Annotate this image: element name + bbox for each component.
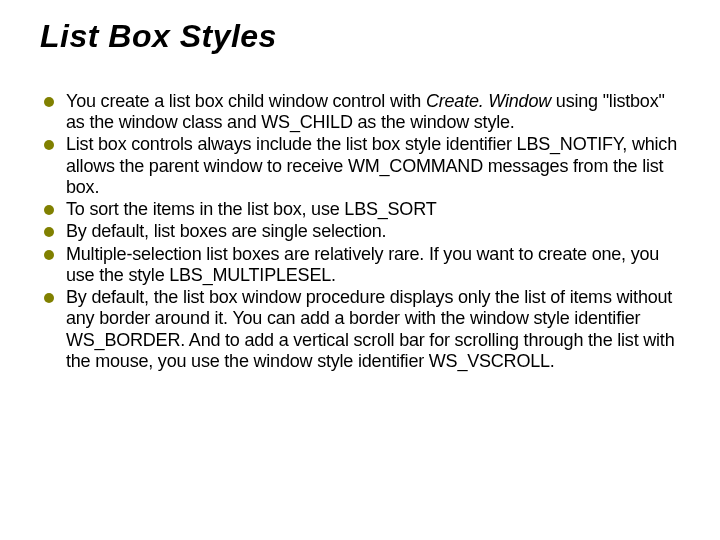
list-item: By default, the list box window procedur…	[40, 287, 680, 372]
list-item: By default, list boxes are single select…	[40, 221, 680, 242]
list-item: Multiple-selection list boxes are relati…	[40, 244, 680, 286]
list-item-text: By default, list boxes are single select…	[66, 221, 386, 241]
slide-title: List Box Styles	[40, 18, 680, 55]
slide: List Box Styles You create a list box ch…	[0, 0, 720, 540]
list-item-text: List box controls always include the lis…	[66, 134, 677, 196]
list-item-text: To sort the items in the list box, use L…	[66, 199, 436, 219]
list-item: List box controls always include the lis…	[40, 134, 680, 198]
list-item-text: Multiple-selection list boxes are relati…	[66, 244, 659, 285]
list-item-text: By default, the list box window procedur…	[66, 287, 674, 371]
bullet-list: You create a list box child window contr…	[40, 91, 680, 372]
list-item: You create a list box child window contr…	[40, 91, 680, 133]
list-item-text: You create a list box child window contr…	[66, 91, 426, 111]
list-item-text: Create. Window	[426, 91, 551, 111]
list-item: To sort the items in the list box, use L…	[40, 199, 680, 220]
